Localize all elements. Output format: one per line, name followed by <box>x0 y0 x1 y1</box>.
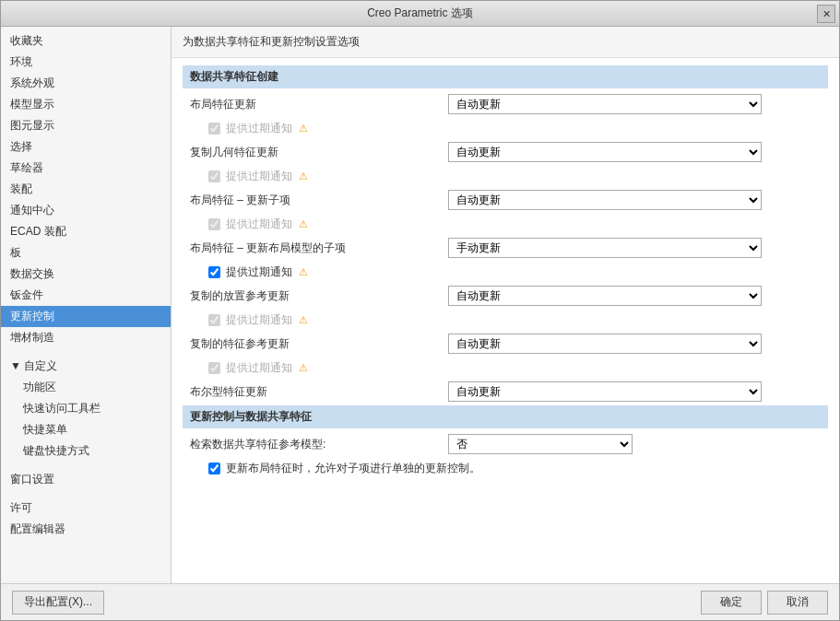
section-header-create: 数据共享特征创建 <box>183 65 828 88</box>
sidebar-item-sketch[interactable]: 草绘器 <box>1 158 171 179</box>
sidebar-item-environment[interactable]: 环境 <box>1 52 171 73</box>
checkbox-label-2: 提供过期通知 ⚠ <box>226 169 308 184</box>
sidebar-item-notification-center[interactable]: 通知中心 <box>1 200 171 221</box>
sidebar-custom-section[interactable]: ▼ 自定义 <box>1 356 171 377</box>
checkbox-label-4: 提供过期通知 ⚠ <box>226 264 308 280</box>
setting-row-layout-update-children: 布局特征 – 更新子项 自动更新 手动更新 <box>183 186 828 214</box>
setting-label-copy-placement-update: 复制的放置参考更新 <box>190 288 448 304</box>
sidebar-item-assembly[interactable]: 装配 <box>1 179 171 200</box>
export-config-button[interactable]: 导出配置(X)... <box>12 591 104 615</box>
setting-select-layout-update-children[interactable]: 自动更新 手动更新 <box>448 190 762 210</box>
sidebar-item-sheet-metal[interactable]: 钣金件 <box>1 285 171 306</box>
sidebar-item-keyboard-shortcuts[interactable]: 键盘快捷方式 <box>1 440 171 462</box>
sidebar-item-quick-access-toolbar[interactable]: 快速访问工具栏 <box>1 398 171 419</box>
sidebar-item-window-settings[interactable]: 窗口设置 <box>1 469 171 490</box>
alert-icon-3: ⚠ <box>299 218 308 229</box>
sidebar-item-board[interactable]: 板 <box>1 242 171 264</box>
sidebar-item-config-editor[interactable]: 配置编辑器 <box>1 519 171 540</box>
setting-select-layout-update-model-children[interactable]: 自动更新 手动更新 <box>448 238 762 258</box>
setting-row-copy-placement-update: 复制的放置参考更新 自动更新 手动更新 <box>183 282 828 310</box>
section-header-update: 更新控制与数据共享特征 <box>183 405 828 428</box>
checkbox-4[interactable] <box>208 266 220 278</box>
setting-label-layout-update: 布局特征更新 <box>190 97 448 112</box>
setting-row-layout-update: 布局特征更新 自动更新 手动更新 <box>183 90 828 118</box>
setting-row-retrieve-ref-model: 检索数据共享特征参考模型: 否 是 <box>183 430 828 458</box>
alert-icon-4: ⚠ <box>299 266 308 277</box>
setting-row-layout-update-model-children: 布局特征 – 更新布局模型的子项 自动更新 手动更新 <box>183 234 828 262</box>
checkbox-label-6: 提供过期通知 ⚠ <box>226 360 308 376</box>
checkbox-6[interactable] <box>208 362 220 374</box>
setting-row-bool-feature-update: 布尔型特征更新 自动更新 手动更新 <box>183 378 828 405</box>
setting-label-layout-update-model-children: 布局特征 – 更新布局模型的子项 <box>190 240 448 256</box>
sidebar-item-data-exchange[interactable]: 数据交换 <box>1 264 171 285</box>
checkbox-2[interactable] <box>208 170 220 182</box>
sidebar-item-entity-display[interactable]: 图元显示 <box>1 115 171 136</box>
main-window: Creo Parametric 选项 ✕ 收藏夹 环境 系统外观 模型显示 图元… <box>0 0 840 621</box>
checkbox-row-6: 提供过期通知 ⚠ <box>183 357 828 378</box>
setting-row-copy-geo-update: 复制几何特征更新 自动更新 手动更新 <box>183 138 828 166</box>
alert-icon-2: ⚠ <box>299 170 308 182</box>
sidebar-item-favorites[interactable]: 收藏夹 <box>1 30 171 52</box>
main-content: 收藏夹 环境 系统外观 模型显示 图元显示 选择 草绘器 装配 通知中心 ECA… <box>1 27 839 583</box>
sidebar: 收藏夹 环境 系统外观 模型显示 图元显示 选择 草绘器 装配 通知中心 ECA… <box>1 27 172 583</box>
setting-label-copy-feature-update: 复制的特征参考更新 <box>190 336 448 352</box>
setting-select-retrieve-ref-model[interactable]: 否 是 <box>448 434 633 454</box>
sidebar-divider-1 <box>1 348 171 356</box>
checkbox-row-update-layout: 更新布局特征时，允许对子项进行单独的更新控制。 <box>183 458 828 478</box>
setting-label-retrieve-ref-model: 检索数据共享特征参考模型: <box>190 437 448 452</box>
sidebar-item-quick-menu[interactable]: 快捷菜单 <box>1 419 171 440</box>
checkbox-row-2: 提供过期通知 ⚠ <box>183 166 828 186</box>
cancel-button[interactable]: 取消 <box>767 591 828 615</box>
checkbox-1[interactable] <box>208 123 220 135</box>
setting-row-copy-feature-update: 复制的特征参考更新 自动更新 手动更新 <box>183 330 828 357</box>
confirm-button[interactable]: 确定 <box>701 591 762 615</box>
checkbox-label-1: 提供过期通知 ⚠ <box>226 121 308 136</box>
alert-icon-5: ⚠ <box>299 314 308 325</box>
sidebar-item-ecad-assembly[interactable]: ECAD 装配 <box>1 221 171 242</box>
setting-select-copy-placement-update[interactable]: 自动更新 手动更新 <box>448 286 762 306</box>
checkbox-row-4: 提供过期通知 ⚠ <box>183 262 828 282</box>
setting-label-bool-feature-update: 布尔型特征更新 <box>190 384 448 400</box>
setting-label-copy-geo-update: 复制几何特征更新 <box>190 145 448 160</box>
right-panel: 为数据共享特征和更新控制设置选项 数据共享特征创建 布局特征更新 自动更新 手动… <box>172 27 839 583</box>
close-button[interactable]: ✕ <box>817 5 835 23</box>
checkbox-3[interactable] <box>208 218 220 230</box>
setting-label-layout-update-children: 布局特征 – 更新子项 <box>190 193 448 208</box>
setting-select-copy-feature-update[interactable]: 自动更新 手动更新 <box>448 334 762 354</box>
checkbox-label-update-layout: 更新布局特征时，允许对子项进行单独的更新控制。 <box>226 461 480 476</box>
bottom-right-buttons: 确定 取消 <box>701 591 828 615</box>
setting-select-layout-update[interactable]: 自动更新 手动更新 <box>448 94 762 114</box>
panel-description: 为数据共享特征和更新控制设置选项 <box>172 27 839 58</box>
checkbox-row-3: 提供过期通知 ⚠ <box>183 214 828 234</box>
sidebar-divider-3 <box>1 490 171 498</box>
sidebar-item-model-display[interactable]: 模型显示 <box>1 94 171 115</box>
sidebar-item-selection[interactable]: 选择 <box>1 136 171 158</box>
checkbox-5[interactable] <box>208 314 220 326</box>
checkbox-update-layout[interactable] <box>208 463 220 475</box>
sidebar-item-additive-manufacturing[interactable]: 增材制造 <box>1 327 171 348</box>
checkbox-label-3: 提供过期通知 ⚠ <box>226 217 308 232</box>
alert-icon-6: ⚠ <box>299 362 308 373</box>
settings-area: 数据共享特征创建 布局特征更新 自动更新 手动更新 提供过期通知 ⚠ 复制几何特… <box>172 58 839 583</box>
sidebar-item-license[interactable]: 许可 <box>1 498 171 519</box>
sidebar-item-system-appearance[interactable]: 系统外观 <box>1 73 171 94</box>
checkbox-label-5: 提供过期通知 ⚠ <box>226 312 308 328</box>
sidebar-item-update-control[interactable]: 更新控制 <box>1 306 171 327</box>
setting-select-copy-geo-update[interactable]: 自动更新 手动更新 <box>448 142 762 162</box>
title-bar: Creo Parametric 选项 ✕ <box>1 1 839 27</box>
setting-select-bool-feature-update[interactable]: 自动更新 手动更新 <box>448 381 762 402</box>
bottom-bar: 导出配置(X)... 确定 取消 <box>1 583 839 620</box>
sidebar-item-function-area[interactable]: 功能区 <box>1 377 171 398</box>
alert-icon-1: ⚠ <box>299 123 308 134</box>
checkbox-row-5: 提供过期通知 ⚠ <box>183 310 828 330</box>
sidebar-divider-2 <box>1 462 171 469</box>
checkbox-row-1: 提供过期通知 ⚠ <box>183 118 828 138</box>
window-title: Creo Parametric 选项 <box>367 6 473 21</box>
